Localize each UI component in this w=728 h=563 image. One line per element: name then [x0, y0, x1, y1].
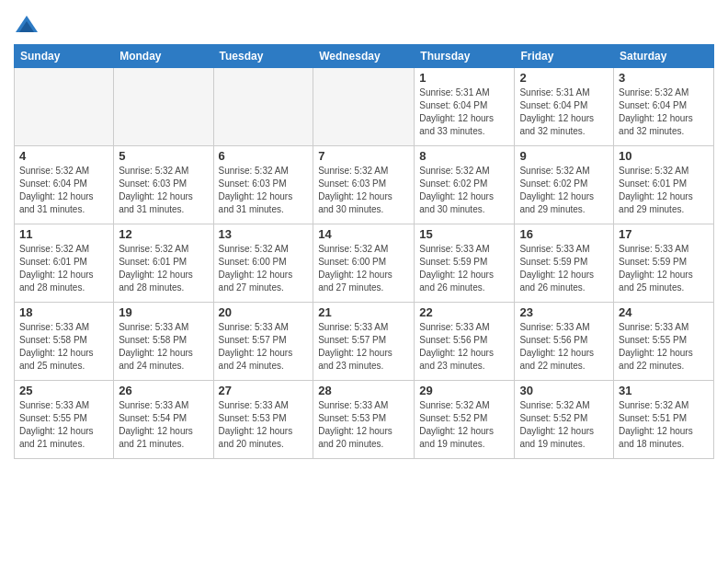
day-cell: 14Sunrise: 5:32 AM Sunset: 6:00 PM Dayli… — [313, 224, 415, 303]
day-cell: 21Sunrise: 5:33 AM Sunset: 5:57 PM Dayli… — [313, 303, 415, 381]
day-cell: 30Sunrise: 5:32 AM Sunset: 5:52 PM Dayli… — [515, 381, 614, 459]
day-info: Sunrise: 5:32 AM Sunset: 6:02 PM Dayligh… — [519, 165, 609, 216]
day-cell: 20Sunrise: 5:33 AM Sunset: 5:57 PM Dayli… — [213, 303, 313, 381]
day-number: 3 — [619, 71, 709, 85]
day-info: Sunrise: 5:33 AM Sunset: 5:56 PM Dayligh… — [419, 321, 509, 373]
day-info: Sunrise: 5:33 AM Sunset: 5:59 PM Dayligh… — [619, 243, 709, 294]
day-info: Sunrise: 5:33 AM Sunset: 5:57 PM Dayligh… — [318, 321, 409, 373]
week-row-3: 11Sunrise: 5:32 AM Sunset: 6:01 PM Dayli… — [15, 224, 714, 303]
day-number: 9 — [519, 149, 609, 163]
day-info: Sunrise: 5:31 AM Sunset: 6:04 PM Dayligh… — [419, 86, 509, 138]
day-cell: 27Sunrise: 5:33 AM Sunset: 5:53 PM Dayli… — [213, 381, 313, 459]
day-info: Sunrise: 5:32 AM Sunset: 6:01 PM Dayligh… — [619, 165, 709, 216]
day-info: Sunrise: 5:32 AM Sunset: 6:03 PM Dayligh… — [219, 165, 309, 216]
day-number: 25 — [19, 384, 108, 397]
week-row-5: 25Sunrise: 5:33 AM Sunset: 5:55 PM Dayli… — [15, 381, 714, 459]
day-number: 28 — [318, 384, 409, 397]
day-cell: 7Sunrise: 5:32 AM Sunset: 6:03 PM Daylig… — [313, 146, 415, 224]
day-cell: 26Sunrise: 5:33 AM Sunset: 5:54 PM Dayli… — [114, 381, 213, 459]
day-cell: 17Sunrise: 5:33 AM Sunset: 5:59 PM Dayli… — [614, 224, 714, 303]
day-number: 26 — [119, 384, 208, 397]
day-number: 20 — [219, 305, 309, 319]
day-info: Sunrise: 5:32 AM Sunset: 5:52 PM Dayligh… — [419, 399, 509, 451]
week-row-2: 4Sunrise: 5:32 AM Sunset: 6:04 PM Daylig… — [15, 146, 714, 224]
logo — [14, 14, 43, 40]
day-number: 27 — [219, 384, 309, 397]
day-cell — [114, 68, 213, 146]
day-info: Sunrise: 5:32 AM Sunset: 6:00 PM Dayligh… — [219, 243, 309, 294]
day-cell: 6Sunrise: 5:32 AM Sunset: 6:03 PM Daylig… — [213, 146, 313, 224]
day-number: 7 — [318, 149, 409, 163]
day-number: 11 — [19, 227, 108, 241]
header-monday: Monday — [114, 45, 213, 68]
day-info: Sunrise: 5:33 AM Sunset: 5:58 PM Dayligh… — [119, 321, 208, 373]
day-info: Sunrise: 5:32 AM Sunset: 6:00 PM Dayligh… — [318, 243, 409, 294]
day-number: 19 — [119, 305, 208, 319]
day-info: Sunrise: 5:32 AM Sunset: 5:52 PM Dayligh… — [519, 399, 609, 451]
day-cell: 23Sunrise: 5:33 AM Sunset: 5:56 PM Dayli… — [515, 303, 614, 381]
header-thursday: Thursday — [415, 45, 515, 68]
day-info: Sunrise: 5:33 AM Sunset: 5:54 PM Dayligh… — [119, 399, 208, 451]
day-cell: 4Sunrise: 5:32 AM Sunset: 6:04 PM Daylig… — [15, 146, 114, 224]
day-cell — [213, 68, 313, 146]
header-tuesday: Tuesday — [213, 45, 313, 68]
header-row: SundayMondayTuesdayWednesdayThursdayFrid… — [15, 45, 714, 68]
day-cell — [313, 68, 415, 146]
day-cell: 9Sunrise: 5:32 AM Sunset: 6:02 PM Daylig… — [515, 146, 614, 224]
day-info: Sunrise: 5:33 AM Sunset: 5:59 PM Dayligh… — [419, 243, 509, 294]
header-friday: Friday — [515, 45, 614, 68]
day-info: Sunrise: 5:32 AM Sunset: 6:02 PM Dayligh… — [419, 165, 509, 216]
day-number: 10 — [619, 149, 709, 163]
header — [14, 9, 714, 40]
day-number: 14 — [318, 227, 409, 241]
day-number: 8 — [419, 149, 509, 163]
week-row-4: 18Sunrise: 5:33 AM Sunset: 5:58 PM Dayli… — [15, 303, 714, 381]
day-info: Sunrise: 5:33 AM Sunset: 5:55 PM Dayligh… — [619, 321, 709, 373]
day-info: Sunrise: 5:32 AM Sunset: 6:03 PM Dayligh… — [119, 165, 208, 216]
day-cell: 19Sunrise: 5:33 AM Sunset: 5:58 PM Dayli… — [114, 303, 213, 381]
day-info: Sunrise: 5:33 AM Sunset: 5:53 PM Dayligh… — [219, 399, 309, 451]
day-info: Sunrise: 5:33 AM Sunset: 5:53 PM Dayligh… — [318, 399, 409, 451]
day-number: 23 — [519, 305, 609, 319]
day-cell: 16Sunrise: 5:33 AM Sunset: 5:59 PM Dayli… — [515, 224, 614, 303]
day-number: 31 — [619, 384, 709, 397]
day-cell: 24Sunrise: 5:33 AM Sunset: 5:55 PM Dayli… — [614, 303, 714, 381]
day-number: 29 — [419, 384, 509, 397]
day-info: Sunrise: 5:32 AM Sunset: 6:01 PM Dayligh… — [19, 243, 108, 294]
day-number: 24 — [619, 305, 709, 319]
day-info: Sunrise: 5:33 AM Sunset: 5:58 PM Dayligh… — [19, 321, 108, 373]
day-cell: 2Sunrise: 5:31 AM Sunset: 6:04 PM Daylig… — [515, 68, 614, 146]
day-info: Sunrise: 5:32 AM Sunset: 6:01 PM Dayligh… — [119, 243, 208, 294]
calendar-table: SundayMondayTuesdayWednesdayThursdayFrid… — [14, 44, 714, 459]
day-info: Sunrise: 5:32 AM Sunset: 6:03 PM Dayligh… — [318, 165, 409, 216]
day-number: 17 — [619, 227, 709, 241]
day-cell: 8Sunrise: 5:32 AM Sunset: 6:02 PM Daylig… — [415, 146, 515, 224]
day-info: Sunrise: 5:33 AM Sunset: 5:55 PM Dayligh… — [19, 399, 108, 451]
day-cell: 31Sunrise: 5:32 AM Sunset: 5:51 PM Dayli… — [614, 381, 714, 459]
day-cell: 28Sunrise: 5:33 AM Sunset: 5:53 PM Dayli… — [313, 381, 415, 459]
day-cell: 5Sunrise: 5:32 AM Sunset: 6:03 PM Daylig… — [114, 146, 213, 224]
day-info: Sunrise: 5:33 AM Sunset: 5:59 PM Dayligh… — [519, 243, 609, 294]
day-info: Sunrise: 5:32 AM Sunset: 6:04 PM Dayligh… — [619, 86, 709, 138]
day-cell: 3Sunrise: 5:32 AM Sunset: 6:04 PM Daylig… — [614, 68, 714, 146]
day-number: 6 — [219, 149, 309, 163]
day-number: 2 — [519, 71, 609, 85]
day-cell: 10Sunrise: 5:32 AM Sunset: 6:01 PM Dayli… — [614, 146, 714, 224]
day-number: 15 — [419, 227, 509, 241]
day-number: 1 — [419, 71, 509, 85]
day-cell: 25Sunrise: 5:33 AM Sunset: 5:55 PM Dayli… — [15, 381, 114, 459]
calendar-header: SundayMondayTuesdayWednesdayThursdayFrid… — [15, 45, 714, 68]
page-container: SundayMondayTuesdayWednesdayThursdayFrid… — [0, 0, 728, 464]
day-info: Sunrise: 5:31 AM Sunset: 6:04 PM Dayligh… — [519, 86, 609, 138]
day-cell: 29Sunrise: 5:32 AM Sunset: 5:52 PM Dayli… — [415, 381, 515, 459]
header-wednesday: Wednesday — [313, 45, 415, 68]
day-cell: 15Sunrise: 5:33 AM Sunset: 5:59 PM Dayli… — [415, 224, 515, 303]
day-number: 16 — [519, 227, 609, 241]
week-row-1: 1Sunrise: 5:31 AM Sunset: 6:04 PM Daylig… — [15, 68, 714, 146]
day-cell — [15, 68, 114, 146]
day-number: 4 — [19, 149, 108, 163]
day-number: 5 — [119, 149, 208, 163]
day-number: 21 — [318, 305, 409, 319]
day-cell: 22Sunrise: 5:33 AM Sunset: 5:56 PM Dayli… — [415, 303, 515, 381]
day-number: 13 — [219, 227, 309, 241]
